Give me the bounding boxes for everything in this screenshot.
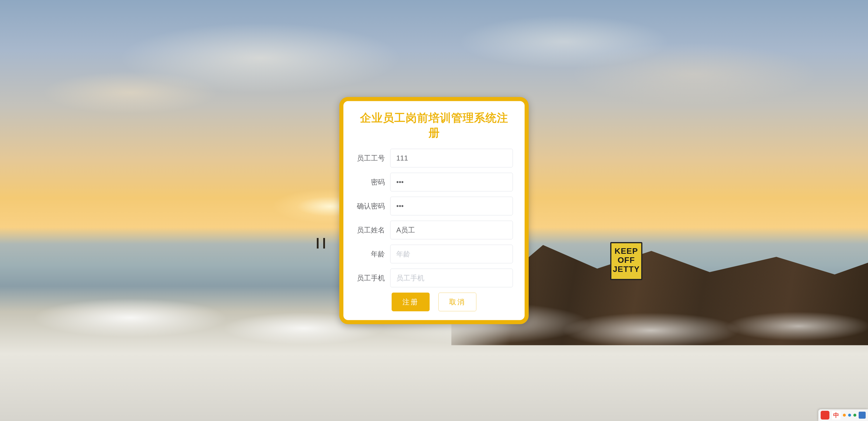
button-row: 注册 取消 [355, 292, 513, 311]
input-phone[interactable] [390, 268, 513, 287]
row-phone: 员工手机 [355, 268, 513, 287]
row-confirm-password: 确认密码 [355, 197, 513, 215]
form-title: 企业员工岗前培训管理系统注册 [355, 111, 513, 141]
label-phone: 员工手机 [355, 273, 390, 282]
row-password: 密码 [355, 173, 513, 191]
label-confirm-password: 确认密码 [355, 201, 390, 210]
label-employee-name: 员工姓名 [355, 225, 390, 235]
label-employee-id: 员工工号 [355, 153, 390, 162]
label-password: 密码 [355, 177, 390, 186]
ime-dot-icon [854, 414, 856, 417]
row-employee-id: 员工工号 [355, 149, 513, 167]
ime-dot-icon [848, 414, 851, 417]
ime-tool-icon[interactable] [859, 412, 866, 419]
ime-toolbar[interactable]: 中 [818, 409, 868, 421]
ime-language-badge[interactable]: 中 [832, 411, 840, 420]
input-password[interactable] [390, 173, 513, 191]
row-employee-name: 员工姓名 [355, 220, 513, 239]
background-posts [317, 238, 329, 248]
input-confirm-password[interactable] [390, 197, 513, 215]
ime-logo-icon [820, 411, 830, 420]
label-age: 年龄 [355, 249, 390, 259]
input-age[interactable] [390, 244, 513, 263]
ime-dot-icon [843, 414, 846, 417]
cancel-button[interactable]: 取消 [438, 292, 476, 311]
register-form-card: 企业员工岗前培训管理系统注册 员工工号 密码 确认密码 员工姓名 年龄 员工手机 [339, 97, 529, 324]
input-employee-name[interactable] [390, 220, 513, 239]
register-button[interactable]: 注册 [392, 292, 430, 311]
background-sign [610, 242, 642, 280]
row-age: 年龄 [355, 244, 513, 263]
input-employee-id[interactable] [390, 149, 513, 167]
